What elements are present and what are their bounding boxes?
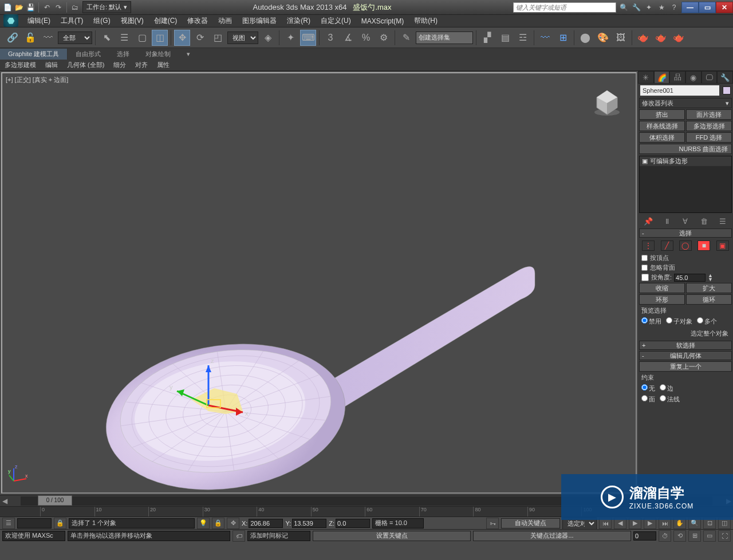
- pin-stack-icon[interactable]: 📌: [643, 216, 654, 226]
- chk-by-angle[interactable]: [641, 274, 649, 281]
- radio-preview-subobj[interactable]: 子对象: [666, 317, 692, 326]
- app-menu-icon[interactable]: ⬣: [3, 14, 18, 27]
- scale-icon[interactable]: ◰: [210, 30, 226, 46]
- named-selection-set[interactable]: [416, 31, 473, 44]
- btn-repeat-last[interactable]: 重复上一个: [639, 361, 732, 372]
- btn-poly-select[interactable]: 多边形选择: [686, 121, 732, 131]
- menu-maxscript[interactable]: MAXScript(M): [357, 16, 409, 26]
- rollout-selection[interactable]: -选择: [639, 228, 732, 238]
- nav-arc-rotate-icon[interactable]: ⟲: [673, 530, 686, 542]
- graphite-tab-modeling[interactable]: Graphite 建模工具: [0, 49, 68, 60]
- graphite-tab-selection[interactable]: 选择: [109, 49, 137, 60]
- script-output[interactable]: [17, 518, 52, 529]
- lock-selection-icon[interactable]: 🔒: [54, 518, 66, 529]
- subobj-element-icon[interactable]: ▣: [716, 240, 729, 251]
- render-production-icon[interactable]: 🫖: [635, 30, 651, 46]
- render-quick-icon[interactable]: 🫖: [671, 30, 687, 46]
- snap-toggle-icon[interactable]: 3: [322, 30, 338, 46]
- select-by-name-icon[interactable]: ☰: [116, 30, 132, 46]
- radio-preview-off[interactable]: 禁用: [641, 317, 661, 326]
- make-unique-icon[interactable]: ∀: [680, 216, 691, 226]
- layers-icon[interactable]: ☲: [515, 30, 531, 46]
- time-config-icon[interactable]: ⏱: [659, 530, 671, 542]
- pivot-icon[interactable]: ◈: [260, 30, 276, 46]
- motion-tab-icon[interactable]: ◉: [685, 71, 702, 84]
- subscription-icon[interactable]: 🔧: [631, 2, 641, 13]
- radio-preview-multi[interactable]: 多个: [697, 317, 717, 326]
- align-icon[interactable]: ▤: [497, 30, 513, 46]
- bind-spacewarp-icon[interactable]: 〰: [40, 30, 56, 46]
- menu-rendering[interactable]: 渲染(R): [282, 15, 315, 27]
- radio-cons-none[interactable]: 无: [641, 384, 655, 393]
- gsub-geometry[interactable]: 几何体 (全部): [62, 60, 109, 70]
- close-button[interactable]: ✕: [716, 2, 733, 13]
- gsub-edit[interactable]: 编辑: [41, 60, 62, 70]
- radio-cons-edge[interactable]: 边: [660, 384, 673, 393]
- project-icon[interactable]: 🗂: [70, 2, 80, 13]
- btn-shrink[interactable]: 收缩: [639, 283, 685, 293]
- subobj-polygon-icon[interactable]: ■: [697, 240, 710, 251]
- maxscript-mini-listener-icon[interactable]: ☰: [2, 518, 15, 529]
- menu-edit[interactable]: 编辑(E): [23, 15, 55, 27]
- hierarchy-tab-icon[interactable]: 品: [669, 71, 685, 84]
- save-icon[interactable]: 💾: [25, 2, 36, 13]
- btn-ffd-select[interactable]: FFD 选择: [686, 132, 732, 143]
- modify-tab-icon[interactable]: 🌈: [654, 71, 670, 84]
- spinner-arrows-icon[interactable]: ▲▼: [708, 274, 713, 282]
- setkey-button[interactable]: 设置关键点: [313, 531, 471, 541]
- nav-maximize-icon[interactable]: ⊞: [688, 530, 701, 542]
- subobj-border-icon[interactable]: ◯: [679, 240, 692, 251]
- rollout-edit-geometry[interactable]: -编辑几何体: [639, 351, 732, 360]
- rendered-frame-icon[interactable]: 🖼: [613, 30, 629, 46]
- menu-customize[interactable]: 自定义(U): [316, 15, 356, 27]
- subobj-edge-icon[interactable]: ╱: [661, 240, 673, 251]
- redo-icon[interactable]: ↷: [53, 2, 64, 13]
- remove-modifier-icon[interactable]: 🗑: [698, 216, 710, 226]
- ref-coordsys[interactable]: 视图: [227, 31, 258, 44]
- render-setup-icon[interactable]: 🎨: [595, 30, 611, 46]
- gsub-align[interactable]: 对齐: [131, 60, 152, 70]
- time-slider-handle[interactable]: 0 / 100: [38, 495, 72, 506]
- btn-face-select[interactable]: 面片选择: [686, 109, 732, 120]
- display-tab-icon[interactable]: 🖵: [702, 71, 718, 84]
- add-time-tag[interactable]: 添加时间标记: [247, 531, 310, 541]
- mirror-icon[interactable]: ▞: [479, 30, 495, 46]
- menu-group[interactable]: 组(G): [89, 15, 115, 27]
- menu-modifiers[interactable]: 修改器: [183, 15, 212, 27]
- select-object-icon[interactable]: ⬉: [98, 30, 115, 46]
- gsub-polymodel[interactable]: 多边形建模: [0, 60, 41, 70]
- chk-by-vertex[interactable]: 按顶点: [638, 253, 733, 263]
- manipulate-icon[interactable]: ✦: [282, 30, 298, 46]
- material-editor-icon[interactable]: ⬤: [577, 30, 593, 46]
- object-color-swatch[interactable]: [723, 86, 731, 94]
- utilities-tab-icon[interactable]: 🔧: [717, 71, 733, 84]
- favorites-icon[interactable]: ★: [656, 2, 667, 13]
- angle-spinner[interactable]: [674, 274, 706, 282]
- time-prev-icon[interactable]: ◀: [0, 496, 9, 506]
- show-end-result-icon[interactable]: Ⅱ: [661, 216, 673, 226]
- selection-filter[interactable]: 全部: [58, 31, 92, 44]
- radio-cons-normal[interactable]: 法线: [660, 395, 680, 404]
- create-tab-icon[interactable]: ✳: [638, 71, 654, 84]
- subobj-vertex-icon[interactable]: ⋮: [642, 240, 655, 251]
- btn-extrude[interactable]: 挤出: [639, 109, 685, 120]
- modifier-list-dropdown[interactable]: 修改器列表▾: [639, 98, 732, 108]
- select-link-icon[interactable]: 🔗: [5, 30, 21, 46]
- new-icon[interactable]: 📄: [2, 2, 13, 13]
- btn-spline-select[interactable]: 样条线选择: [639, 121, 685, 131]
- nav-zoom-region-icon[interactable]: ▭: [703, 530, 716, 542]
- viewport-label[interactable]: [+] [正交] [真实 + 边面]: [6, 76, 68, 84]
- undo-icon[interactable]: ↶: [42, 2, 52, 13]
- move-icon[interactable]: ✥: [174, 30, 190, 46]
- angle-snap-icon[interactable]: ∡: [340, 30, 356, 46]
- open-icon[interactable]: 📂: [14, 2, 24, 13]
- percent-snap-icon[interactable]: %: [358, 30, 374, 46]
- graphite-expand-icon[interactable]: ▾: [179, 49, 198, 59]
- keyboard-shortcut-icon[interactable]: ⌨: [300, 30, 316, 46]
- nav-min-max-icon[interactable]: ⛶: [718, 530, 731, 542]
- spinner-snap-icon[interactable]: ⚙: [376, 30, 392, 46]
- minimize-button[interactable]: —: [681, 2, 699, 13]
- view-cube[interactable]: [590, 85, 624, 119]
- schematic-view-icon[interactable]: ⊞: [555, 30, 571, 46]
- infocenter-icon[interactable]: 🔍: [618, 2, 629, 13]
